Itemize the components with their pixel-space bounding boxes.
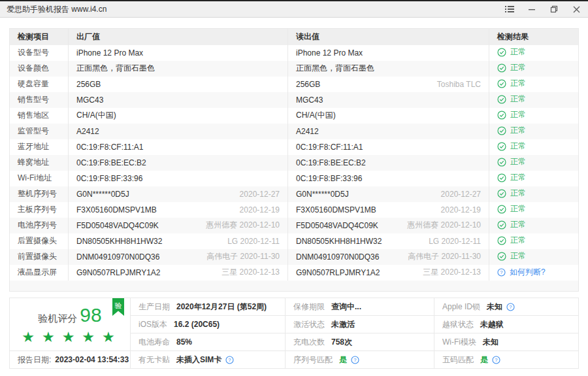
score-line: 验机评分98 <box>38 304 101 326</box>
read-value: F3X05160DMSPV1MB <box>296 205 376 214</box>
check-circle-icon <box>497 111 506 120</box>
field-label: Wi-Fi模块 <box>442 337 476 348</box>
question-circle-icon[interactable]: ? <box>351 356 359 364</box>
field-value: 85% <box>176 337 192 347</box>
factory-value: G9N0507RLPJMRY1A2 <box>76 268 161 277</box>
field-label: 越狱状态 <box>442 319 474 330</box>
item-label: 整机序列号 <box>10 186 69 202</box>
read-value: CH/A(中国) <box>296 110 336 121</box>
report-date: 报告日期: 2023-02-04 13:54:33 <box>10 351 131 368</box>
item-label: 主板序列号 <box>10 202 69 218</box>
table-row: 液晶显示屏G9N0507RLPJMRY1A2三星 2020-12-13G9N05… <box>10 265 579 281</box>
factory-note: LG 2020-12-11 <box>227 237 280 246</box>
question-circle-icon: ? <box>492 356 500 364</box>
result-normal: 正常 <box>497 46 526 58</box>
summary-field: 电池寿命85% <box>131 333 286 351</box>
check-circle-icon <box>497 189 506 198</box>
item-label: 电池序列号 <box>10 218 69 233</box>
close-button[interactable] <box>571 4 581 14</box>
field-label: Apple ID锁 <box>442 301 480 313</box>
item-label: 蜂窝地址 <box>10 155 69 171</box>
summary-field: 充电次数758次 <box>286 333 434 351</box>
read-value: iPhone 12 Pro Max <box>296 48 363 58</box>
header-item: 检测项目 <box>10 29 69 45</box>
table-row: 蓝牙地址0C:19:F8:CF:11:A10C:19:F8:CF:11:A1正常 <box>10 139 579 155</box>
summary-field: 激活状态未激活 <box>286 316 434 333</box>
item-label: 设备颜色 <box>10 61 69 77</box>
result-normal: 正常 <box>497 172 526 183</box>
svg-text:?: ? <box>353 357 356 363</box>
field-label: 电池寿命 <box>139 337 170 348</box>
summary-panel: 验 验机评分98 ★★★★★ 报告日期: 2023-02-04 13:54:33… <box>9 298 579 369</box>
factory-note: 2020-12-27 <box>240 190 280 199</box>
restore-button[interactable] <box>549 4 559 14</box>
question-circle-icon[interactable]: ? <box>506 303 515 311</box>
star-rating-icons: ★★★★★ <box>18 329 122 345</box>
result-normal: 正常 <box>497 219 526 230</box>
question-circle-icon: ? <box>506 303 515 311</box>
item-label: 监管型号 <box>10 124 69 139</box>
header-result: 检测结果 <box>489 29 579 45</box>
check-circle-icon <box>497 205 506 214</box>
question-circle-icon[interactable]: ? <box>492 356 500 364</box>
score-label: 验机评分 <box>38 313 77 324</box>
verified-badge-icon: 验 <box>112 298 124 316</box>
svg-text:?: ? <box>495 357 497 363</box>
factory-value: 正面黑色，背面石墨色 <box>76 63 155 74</box>
field-value: 未越狱 <box>480 319 504 330</box>
read-note: 高伟电子 2020-11-30 <box>408 251 481 262</box>
read-value: DNM04910970N0DQ36 <box>296 252 379 262</box>
factory-value: DN80505KHH8H1HW32 <box>76 237 162 246</box>
factory-value: iPhone 12 Pro Max <box>76 48 143 58</box>
field-value: 查询中... <box>331 301 361 313</box>
read-value: 正面黑色，背面石墨色 <box>296 63 374 74</box>
minimize-button[interactable] <box>527 4 537 14</box>
item-label: 后置摄像头 <box>10 233 69 249</box>
read-value: F5D05048VADQ4C09K <box>296 221 378 230</box>
report-date-value: 2023-02-04 13:54:33 <box>55 355 129 364</box>
table-row: 硬盘容量256GB256GBToshiba TLC正常 <box>10 77 579 92</box>
question-circle-icon: ? <box>351 356 359 364</box>
report-content: 检测项目 出厂值 读出值 检测结果 设备型号iPhone 12 Pro Maxi… <box>0 18 588 369</box>
field-label: 充电次数 <box>293 337 325 348</box>
question-circle-icon: ? <box>497 268 506 277</box>
factory-value: CH/A(中国) <box>76 110 116 121</box>
table-row: 设备颜色正面黑色，背面石墨色正面黑色，背面石墨色正常 <box>10 61 579 77</box>
header-factory: 出厂值 <box>69 29 288 45</box>
field-label: 有无卡贴 <box>139 354 170 366</box>
table-row: 整机序列号G0N******0D5J2020-12-27G0N******0D5… <box>10 186 579 202</box>
item-label: 硬盘容量 <box>10 77 69 92</box>
read-note: 三星 2020-12-13 <box>423 267 481 278</box>
table-footer-spacer <box>10 281 579 292</box>
question-circle-icon[interactable]: ? <box>225 356 234 364</box>
title-bar: 爱思助手验机报告 www.i4.cn <box>0 1 588 18</box>
menu-list-icon[interactable] <box>504 4 515 14</box>
check-circle-icon <box>497 252 506 261</box>
factory-value: DNM04910970N0DQ36 <box>76 252 159 262</box>
read-value: 256GB <box>296 80 320 89</box>
check-circle-icon <box>497 126 506 135</box>
factory-value: 0C:19:F8:BF:33:96 <box>76 174 142 183</box>
factory-note: 三星 2020-12-13 <box>221 267 280 278</box>
table-row: 监管型号A2412A2412正常 <box>10 124 579 139</box>
result-help-link[interactable]: ?如何判断? <box>497 267 546 278</box>
table-header-row: 检测项目 出厂值 读出值 检测结果 <box>10 29 579 45</box>
question-circle-icon: ? <box>225 356 234 364</box>
check-circle-icon <box>497 142 506 151</box>
factory-value: A2412 <box>76 127 99 136</box>
item-label: 蓝牙地址 <box>10 139 69 155</box>
field-value: 是 <box>480 354 488 366</box>
field-label: 序列号匹配 <box>293 354 333 366</box>
check-circle-icon <box>497 63 506 73</box>
summary-field: 生产日期2020年12月27日 (第52周) <box>131 298 286 316</box>
check-circle-icon <box>497 158 506 167</box>
item-label: 前置摄像头 <box>10 249 69 265</box>
inspection-table: 检测项目 出厂值 读出值 检测结果 设备型号iPhone 12 Pro Maxi… <box>9 28 579 292</box>
factory-value: 0C:19:F8:CF:11:A1 <box>76 143 144 152</box>
read-value: DN80505KHH8H1HW32 <box>296 237 382 246</box>
item-label: Wi-Fi地址 <box>10 171 69 186</box>
table-row: Wi-Fi地址0C:19:F8:BF:33:960C:19:F8:BF:33:9… <box>10 171 579 186</box>
result-normal: 正常 <box>497 203 526 214</box>
result-normal: 正常 <box>497 141 526 152</box>
check-circle-icon <box>497 236 506 245</box>
